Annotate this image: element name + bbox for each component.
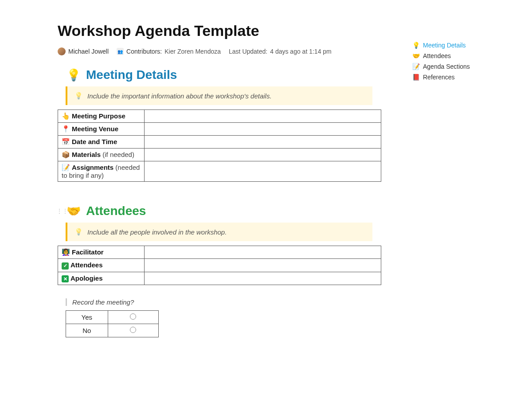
author-avatar xyxy=(58,47,66,55)
row-value-cell[interactable] xyxy=(145,272,381,285)
option-label: No xyxy=(66,324,108,337)
updated-label: Last Updated: xyxy=(229,48,267,55)
handshake-icon: 🤝 xyxy=(412,52,419,59)
memo-icon: 📝 xyxy=(412,63,419,70)
memo-icon: 📝 xyxy=(62,164,70,171)
calendar-icon: 📅 xyxy=(62,138,70,145)
x-icon: ✕ xyxy=(62,275,69,282)
table-row[interactable]: 👩‍🏫Facilitator xyxy=(58,246,381,259)
table-row[interactable]: Yes xyxy=(66,311,159,324)
attendees-table: 👩‍🏫Facilitator ✓Attendees ✕Apologies xyxy=(58,246,381,285)
toc-item-references[interactable]: 📕 References xyxy=(412,72,492,82)
row-label: Apologies xyxy=(70,274,103,282)
contributors-names: Kier Zoren Mendoza xyxy=(164,48,221,55)
lightbulb-icon: 💡 xyxy=(74,228,83,236)
row-label: Meeting Venue xyxy=(72,125,118,133)
updated-value: 4 days ago at 1:14 pm xyxy=(270,48,332,55)
contributors-block[interactable]: 👥 Contributors: Kier Zoren Mendoza xyxy=(117,48,221,55)
section-title-text: Meeting Details xyxy=(86,68,177,82)
check-icon: ✓ xyxy=(62,262,69,270)
row-value-cell[interactable] xyxy=(145,259,381,272)
contributors-icon: 👥 xyxy=(117,48,124,55)
table-row[interactable]: 📍Meeting Venue xyxy=(58,123,381,136)
lightbulb-icon: 💡 xyxy=(412,42,419,49)
teacher-icon: 👩‍🏫 xyxy=(62,248,70,256)
lightbulb-icon: 💡 xyxy=(74,92,83,100)
table-of-contents: 💡 Meeting Details 🤝 Attendees 📝 Agenda S… xyxy=(412,40,492,82)
pointing-hand-icon: 👆 xyxy=(62,112,70,120)
section-meeting-details: ⋮⋮ 💡 Meeting Details 💡 Include the impor… xyxy=(58,68,372,182)
lightbulb-icon: 💡 xyxy=(66,68,81,82)
toc-item-attendees[interactable]: 🤝 Attendees xyxy=(412,51,492,61)
row-label: Meeting Purpose xyxy=(72,112,125,120)
table-row[interactable]: 📦Materials (if needed) xyxy=(58,149,381,161)
table-row[interactable]: ✕Apologies xyxy=(58,272,381,285)
toc-label: Meeting Details xyxy=(423,42,466,49)
toc-label: Agenda Sections xyxy=(423,63,470,70)
drag-handle-icon[interactable]: ⋮⋮ xyxy=(57,208,68,214)
handshake-icon: 🤝 xyxy=(66,204,81,218)
callout-attendees[interactable]: 💡 Include all the people involved in the… xyxy=(66,223,372,241)
row-label: Date and Time xyxy=(72,138,117,145)
author-block[interactable]: Michael Jowell xyxy=(58,47,109,55)
meta-row: Michael Jowell 👥 Contributors: Kier Zore… xyxy=(58,47,372,55)
option-label: Yes xyxy=(66,311,108,324)
table-row[interactable]: 👆Meeting Purpose xyxy=(58,110,381,123)
radio-no[interactable] xyxy=(130,327,136,333)
row-label: Attendees xyxy=(70,261,103,269)
row-value-cell[interactable] xyxy=(145,123,381,136)
contributors-label: Contributors: xyxy=(126,48,162,55)
record-question: Record the meeting? xyxy=(66,298,372,306)
author-name: Michael Jowell xyxy=(68,48,109,55)
row-label: Assignments xyxy=(72,164,113,171)
toc-label: Attendees xyxy=(423,52,451,59)
last-updated-block: Last Updated: 4 days ago at 1:14 pm xyxy=(229,48,332,55)
row-value-cell[interactable] xyxy=(145,136,381,149)
row-label: Facilitator xyxy=(72,248,104,256)
record-choice-table: Yes No xyxy=(66,310,159,337)
toc-item-agenda-sections[interactable]: 📝 Agenda Sections xyxy=(412,61,492,72)
pin-icon: 📍 xyxy=(62,125,70,133)
section-attendees: ⋮⋮ 🤝 Attendees 💡 Include all the people … xyxy=(58,204,372,337)
section-title-text: Attendees xyxy=(86,204,146,218)
callout-text: Include all the people involved in the w… xyxy=(87,228,227,236)
table-row[interactable]: 📅Date and Time xyxy=(58,136,381,149)
row-value-cell[interactable] xyxy=(145,149,381,161)
section-heading[interactable]: ⋮⋮ 💡 Meeting Details xyxy=(66,68,372,82)
row-value-cell[interactable] xyxy=(145,161,381,182)
callout-meeting-details[interactable]: 💡 Include the important information abou… xyxy=(66,86,372,105)
table-row[interactable]: 📝Assignments (needed to bring if any) xyxy=(58,161,381,182)
book-icon: 📕 xyxy=(412,74,419,81)
table-row[interactable]: ✓Attendees xyxy=(58,259,381,272)
package-icon: 📦 xyxy=(62,151,70,158)
toc-label: References xyxy=(423,74,455,81)
page-title: Workshop Agenda Template xyxy=(58,22,372,39)
callout-text: Include the important information about … xyxy=(87,92,272,100)
table-row[interactable]: No xyxy=(66,324,159,337)
meeting-details-table: 👆Meeting Purpose 📍Meeting Venue 📅Date an… xyxy=(58,110,381,182)
row-value-cell[interactable] xyxy=(145,246,381,259)
row-value-cell[interactable] xyxy=(145,110,381,123)
section-heading[interactable]: ⋮⋮ 🤝 Attendees xyxy=(66,204,372,218)
row-label: Materials xyxy=(72,151,101,158)
toc-item-meeting-details[interactable]: 💡 Meeting Details xyxy=(412,40,492,51)
radio-yes[interactable] xyxy=(130,313,136,320)
